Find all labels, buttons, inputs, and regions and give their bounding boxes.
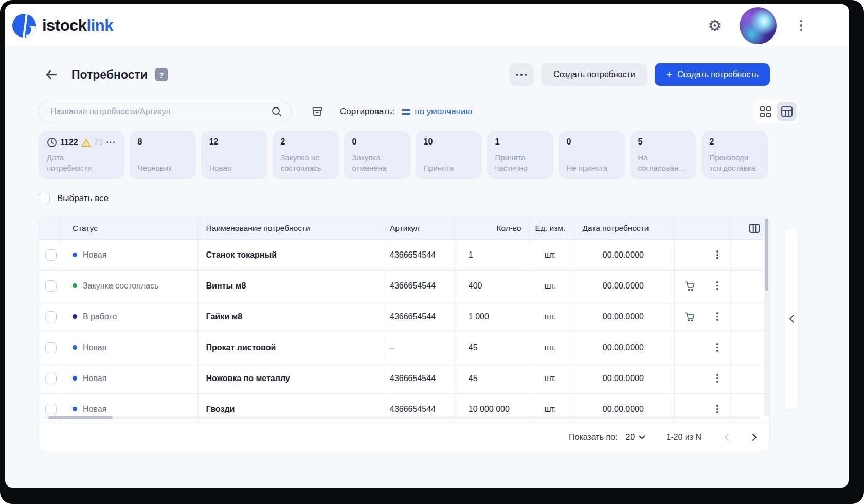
column-header-date[interactable]: Дата потребности	[572, 217, 675, 239]
select-all-label: Выбрать все	[57, 193, 109, 204]
need-name: Станок токарный	[206, 250, 277, 260]
more-actions-button[interactable]	[509, 63, 534, 86]
column-header-unit[interactable]: Ед. изм.	[529, 217, 572, 239]
cart-icon[interactable]	[684, 311, 696, 322]
settings-gear-icon[interactable]: ⚙	[708, 18, 722, 33]
brand-logo[interactable]: istocklink	[12, 14, 113, 38]
row-menu-kebab-icon[interactable]	[714, 279, 721, 292]
page-size-dropdown[interactable]: 20	[625, 433, 645, 442]
chip-label: Дата потребности	[47, 153, 116, 173]
table-row[interactable]: Закупка состоялась Винты м8 4366654544 4…	[39, 271, 769, 301]
filter-chip-accepted[interactable]: 10Принята	[416, 131, 482, 179]
filter-chip-new[interactable]: 12Новая	[201, 131, 267, 179]
filter-chip-draft[interactable]: 8Черновик	[130, 131, 196, 179]
row-checkbox[interactable]	[45, 311, 57, 322]
status-dot	[73, 407, 77, 411]
column-header-qty[interactable]: Кол-во	[454, 217, 529, 239]
back-arrow-icon[interactable]	[44, 67, 59, 82]
table-header-row: Статус Наименование потребности Артикул …	[39, 217, 769, 240]
need-date: 00.00.0000	[572, 363, 675, 393]
help-icon[interactable]: ?	[155, 68, 168, 81]
row-checkbox[interactable]	[45, 342, 57, 353]
column-header-name[interactable]: Наименование потребности	[197, 217, 383, 239]
filter-chip-not-accepted[interactable]: 0Не принята	[559, 131, 625, 179]
topbar-menu-kebab-icon[interactable]	[798, 18, 805, 33]
need-sku: 4366654544	[383, 363, 454, 393]
sort-icon[interactable]	[402, 109, 410, 115]
need-qty: 45	[454, 363, 529, 393]
need-qty: 400	[454, 271, 529, 301]
column-header-actions	[674, 217, 729, 239]
search-icon[interactable]	[271, 106, 282, 117]
need-date: 00.00.0000	[572, 332, 675, 363]
header-checkbox-cell	[39, 217, 60, 239]
brand-logo-icon	[12, 14, 36, 38]
filter-chip-delivery[interactable]: 2Производи тся доставка	[701, 131, 768, 179]
row-checkbox[interactable]	[45, 404, 57, 415]
clock-icon	[47, 137, 57, 148]
chip-menu-dots-icon[interactable]: ···	[106, 140, 116, 145]
row-checkbox[interactable]	[45, 249, 57, 261]
status-text: Новая	[83, 374, 106, 383]
column-header-sku[interactable]: Артикул	[383, 217, 454, 239]
horizontal-scrollbar-thumb[interactable]	[48, 416, 113, 419]
table-row[interactable]: Новая Прокат листовой – 45 шт. 00.00.000…	[39, 332, 769, 363]
table-row[interactable]: Новая Станок токарный 4366654544 1 шт. 0…	[39, 240, 769, 271]
table-row[interactable]: Новая Ножовка по металлу 4366654544 45 ш…	[39, 363, 769, 394]
vertical-scrollbar[interactable]	[764, 217, 769, 416]
columns-settings-icon[interactable]	[749, 223, 760, 233]
need-date: 00.00.0000	[572, 271, 675, 301]
page-header: Потребности ? Создать потребности +Созда…	[39, 63, 770, 86]
table-row[interactable]: В работе Гайки м8 4366654544 1 000 шт. 0…	[39, 301, 769, 332]
warning-icon	[81, 138, 91, 147]
status-dot	[73, 345, 77, 350]
need-name: Винты м8	[206, 281, 246, 291]
select-all-checkbox[interactable]	[39, 193, 50, 204]
vertical-scrollbar-thumb[interactable]	[765, 219, 768, 291]
filter-chip-date[interactable]: 1122 73 ··· Дата потребности	[39, 131, 124, 179]
row-menu-kebab-icon[interactable]	[714, 341, 721, 354]
pagination-range: 1-20 из N	[666, 433, 701, 442]
table-view-icon[interactable]	[777, 102, 797, 121]
need-sku: 4366654544	[383, 271, 454, 301]
needs-table: Статус Наименование потребности Артикул …	[39, 217, 769, 422]
next-page-icon[interactable]	[752, 433, 757, 441]
chevron-left-icon	[789, 314, 795, 323]
need-qty: 1	[454, 240, 529, 270]
sort-value-link[interactable]: по умолчанию	[415, 106, 472, 117]
row-checkbox[interactable]	[45, 373, 57, 384]
status-text: Новая	[83, 405, 106, 414]
need-unit: шт.	[529, 240, 572, 270]
create-needs-secondary-button[interactable]: Создать потребности	[541, 63, 647, 86]
prev-page-icon[interactable]	[724, 433, 729, 441]
side-panel-collapse-toggle[interactable]	[784, 228, 799, 410]
user-avatar[interactable]	[740, 7, 777, 44]
row-menu-kebab-icon[interactable]	[714, 372, 721, 385]
filter-chip-partially-accepted[interactable]: 1Принята частично	[487, 131, 553, 179]
select-all-row: Выбрать все	[39, 193, 849, 204]
filter-chip-purchase-cancelled[interactable]: 0Закупка отменена	[344, 131, 410, 179]
status-text: В работе	[83, 312, 117, 321]
column-header-status[interactable]: Статус	[60, 217, 197, 239]
create-need-primary-button[interactable]: +Создать потребность	[655, 63, 770, 86]
row-checkbox[interactable]	[45, 280, 57, 292]
need-sku: –	[383, 332, 454, 363]
pagination-bar: Показать по: 20 1-20 из N	[39, 422, 769, 452]
row-menu-kebab-icon[interactable]	[714, 403, 721, 416]
need-unit: шт.	[529, 271, 572, 301]
need-name: Ножовка по металлу	[206, 374, 290, 383]
filter-chip-partial	[773, 131, 773, 179]
archive-icon[interactable]	[311, 105, 323, 118]
window-frame: istocklink ⚙ Потребности ? Создать потре…	[0, 0, 864, 504]
chevron-down-icon	[639, 435, 645, 439]
grid-view-icon[interactable]	[755, 102, 776, 121]
row-menu-kebab-icon[interactable]	[714, 248, 721, 261]
cart-icon[interactable]	[684, 280, 696, 292]
horizontal-scrollbar[interactable]	[43, 416, 760, 419]
filter-chip-on-approval[interactable]: 5На согласован…	[630, 131, 696, 179]
need-sku: 4366654544	[383, 240, 454, 270]
search-input[interactable]	[39, 100, 292, 123]
row-menu-kebab-icon[interactable]	[714, 310, 721, 323]
filter-chip-purchase-failed[interactable]: 2Закупка не состоялась	[273, 131, 339, 179]
app-root: istocklink ⚙ Потребности ? Создать потре…	[5, 4, 849, 488]
